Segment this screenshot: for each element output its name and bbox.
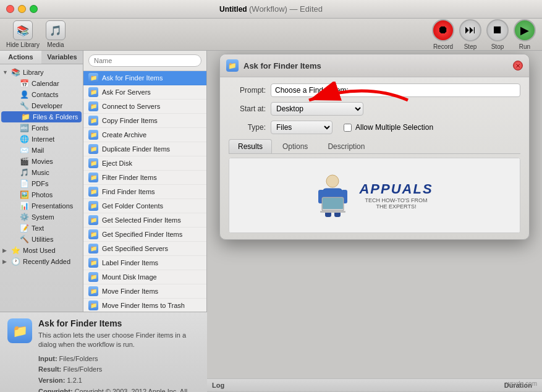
tree-item-icon: 📁 (21, 113, 30, 121)
appuals-logo-text: APPUALS (359, 181, 433, 197)
sidebar-item-presentations[interactable]: 📊Presentations (0, 200, 83, 211)
record-button[interactable]: ⏺ Record (432, 19, 454, 50)
sidebar-item-movies[interactable]: 🎬Movies (0, 156, 83, 167)
action-item-get-folder-contents[interactable]: 📁Get Folder Contents (83, 199, 206, 213)
dialog-close-button[interactable]: ✕ (513, 61, 523, 70)
action-item-find-finder-items[interactable]: 📁Find Finder Items (83, 185, 206, 199)
sidebar-item-recently-added[interactable]: ▶🕐Recently Added (0, 256, 83, 267)
tree-item-label: Utilities (32, 236, 53, 243)
action-item-icon: 📁 (88, 116, 98, 126)
tree-item-label: Presentations (32, 202, 73, 210)
action-item-label: Ask For Servers (102, 88, 151, 96)
sidebar-item-internet[interactable]: 🌐Internet (0, 134, 83, 145)
sidebar-item-calendar[interactable]: 📅Calendar (0, 78, 83, 89)
version-value: 1.2.1 (67, 377, 82, 384)
action-item-icon: 📁 (88, 244, 98, 254)
action-item-create-archive[interactable]: 📁Create Archive (83, 128, 206, 142)
log-column-header: Log (212, 381, 488, 389)
tree-item-label: Text (32, 224, 44, 232)
content-area: 📁 Ask for Finder Items ✕ Prompt: Start a… (207, 51, 542, 392)
action-item-ask-for-servers[interactable]: 📁Ask For Servers (83, 85, 206, 100)
titlebar: Untitled (Workflow) — Edited (0, 0, 542, 19)
sidebar-item-music[interactable]: 🎵Music (0, 167, 83, 178)
action-item-label: Move Finder Items to Trash (102, 302, 185, 309)
sidebar-item-utilities[interactable]: 🔨Utilities (0, 234, 83, 245)
action-item-filter-finder-items[interactable]: 📁Filter Finder Items (83, 171, 206, 185)
action-item-move-finder-items[interactable]: 📁Move Finder Items (83, 284, 206, 299)
bottom-info-title: Ask for Finder Items (38, 318, 200, 328)
tab-actions[interactable]: Actions (0, 51, 41, 64)
action-item-label-finder-items[interactable]: 📁Label Finder Items (83, 256, 206, 270)
dialog-tab-results[interactable]: Results (229, 139, 272, 153)
tab-variables[interactable]: Variables (41, 51, 83, 64)
step-button[interactable]: ⏭ Step (459, 19, 481, 50)
action-item-label: Move Finder Items (102, 288, 158, 295)
bottom-info-meta: Input: Files/Folders Result: Files/Folde… (38, 354, 200, 392)
action-item-label: Label Finder Items (102, 259, 158, 266)
sidebar-item-library[interactable]: ▼📚Library (0, 67, 83, 78)
run-button[interactable]: ▶ Run (514, 19, 536, 50)
tree-item-label: Library (23, 69, 44, 76)
stop-button[interactable]: ⏹ Stop (486, 19, 509, 50)
start-at-select[interactable]: Desktop Home Documents (271, 102, 363, 116)
action-item-label: Get Specified Finder Items (102, 231, 182, 238)
action-item-get-selected-finder-items[interactable]: 📁Get Selected Finder Items (83, 213, 206, 228)
allow-multiple-checkbox[interactable] (344, 124, 352, 132)
action-item-mount-disk-image[interactable]: 📁Mount Disk Image (83, 270, 206, 284)
dialog-tab-options[interactable]: Options (273, 139, 317, 153)
sidebar-item-contacts[interactable]: 👤Contacts (0, 89, 83, 100)
action-item-get-specified-finder-items[interactable]: 📁Get Specified Finder Items (83, 228, 206, 242)
prompt-row: Prompt: (229, 83, 520, 97)
dialog-body: Prompt: Start at: Desktop Home Documents… (220, 77, 529, 239)
step-label: Step (464, 43, 477, 50)
sidebar-item-photos[interactable]: 🖼️Photos (0, 189, 83, 200)
sidebar-item-pdfs[interactable]: 📄PDFs (0, 178, 83, 189)
hide-library-button[interactable]: 📚 Hide Library (6, 20, 40, 48)
type-select[interactable]: Files Folders Files and Folders (271, 121, 332, 134)
action-item-ask-for-finder-items[interactable]: 📁Ask for Finder Items (83, 71, 206, 85)
tree-item-icon: 🖼️ (20, 190, 29, 199)
tree-item-label: Fonts (32, 124, 49, 132)
dialog-tab-description[interactable]: Description (318, 139, 374, 153)
search-input[interactable] (88, 54, 201, 67)
action-item-copy-finder-items[interactable]: 📁Copy Finder Items (83, 114, 206, 128)
ask-finder-items-dialog: 📁 Ask for Finder Items ✕ Prompt: Start a… (219, 54, 530, 240)
result-label: Result: (38, 365, 61, 373)
tree-item-icon: 🕐 (11, 257, 20, 266)
action-item-label: Filter Finder Items (102, 174, 157, 181)
sidebar-item-system[interactable]: ⚙️System (0, 211, 83, 223)
action-item-connect-to-servers[interactable]: 📁Connect to Servers (83, 100, 206, 114)
result-value: Files/Folders (63, 365, 102, 373)
hide-library-icon: 📚 (13, 20, 33, 40)
action-item-eject-disk[interactable]: 📁Eject Disk (83, 156, 206, 171)
action-item-label: Connect to Servers (102, 103, 160, 110)
minimize-button[interactable] (18, 5, 26, 13)
action-item-move-finder-items-to-trash[interactable]: 📁Move Finder Items to Trash (83, 299, 206, 313)
input-label: Input: (38, 355, 57, 362)
sidebar-item-mail[interactable]: ✉️Mail (0, 145, 83, 156)
dialog-icon: 📁 (226, 59, 239, 72)
sidebar-item-developer[interactable]: 🔧Developer (0, 100, 83, 111)
action-item-icon: 📁 (88, 215, 98, 225)
sidebar-item-files-folders[interactable]: 📁Files & Folders (1, 111, 82, 122)
record-label: Record (433, 43, 453, 50)
action-item-get-specified-servers[interactable]: 📁Get Specified Servers (83, 242, 206, 256)
action-item-label: Ask for Finder Items (102, 74, 163, 82)
bottom-info-description: This action lets the user choose Finder … (38, 331, 200, 350)
sidebar-item-fonts[interactable]: 🔤Fonts (0, 122, 83, 134)
maximize-button[interactable] (30, 5, 38, 13)
action-item-duplicate-finder-items[interactable]: 📁Duplicate Finder Items (83, 142, 206, 156)
tree-item-label: System (32, 213, 54, 221)
close-button[interactable] (6, 5, 14, 13)
log-header: Log Duration (207, 379, 542, 392)
tree-item-icon: 🌐 (20, 135, 29, 143)
sidebar-item-most-used[interactable]: ▶⭐Most Used (0, 245, 83, 256)
sidebar-item-text[interactable]: 📝Text (0, 223, 83, 234)
svg-rect-9 (320, 211, 345, 213)
log-area: Log Duration (207, 378, 542, 392)
media-button[interactable]: 🎵 Media (46, 20, 66, 48)
action-item-label: Copy Finder Items (102, 117, 158, 124)
record-icon: ⏺ (432, 19, 454, 41)
svg-point-1 (326, 175, 339, 187)
prompt-input[interactable] (271, 83, 520, 97)
